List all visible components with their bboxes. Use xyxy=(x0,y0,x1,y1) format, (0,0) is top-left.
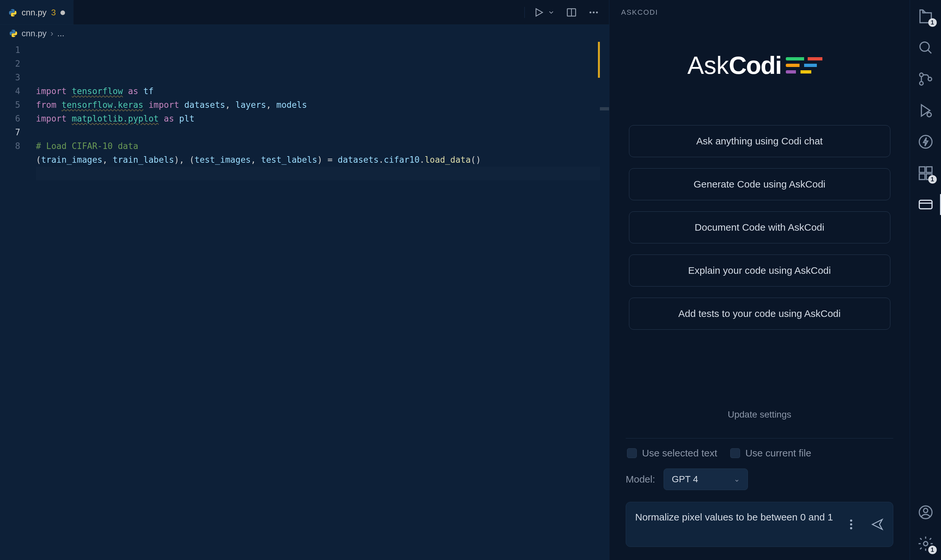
minimap[interactable] xyxy=(600,42,609,560)
minimap-viewport[interactable] xyxy=(600,107,609,111)
python-icon xyxy=(9,9,17,17)
line-number: 3 xyxy=(0,71,36,84)
svg-point-1 xyxy=(589,11,591,13)
breadcrumb-rest: ... xyxy=(57,28,65,38)
send-icon[interactable] xyxy=(871,518,884,531)
activity-askcodi[interactable] xyxy=(917,196,934,213)
tab-problems-badge: 3 xyxy=(51,8,56,18)
code-content[interactable]: import tensorflow as tffrom tensorflow.k… xyxy=(36,42,600,560)
logo-bold: Codi xyxy=(729,51,781,79)
tab-actions xyxy=(524,7,609,18)
input-more-icon[interactable] xyxy=(845,518,858,531)
settings-badge: 1 xyxy=(928,546,937,554)
chat-input[interactable] xyxy=(635,510,836,539)
action-chat[interactable]: Ask anything using Codi chat xyxy=(629,125,890,157)
svg-point-7 xyxy=(920,42,929,51)
svg-point-12 xyxy=(919,135,932,148)
svg-point-3 xyxy=(596,11,598,13)
panel-body: AskCodi Ask anything using Codi chat Gen… xyxy=(609,25,910,409)
checkbox-icon xyxy=(627,448,637,458)
askcodi-panel: ASKCODI AskCodi Ask anything using Codi … xyxy=(609,0,910,560)
model-select[interactable]: GPT 4 ⌄ xyxy=(664,469,748,490)
svg-point-2 xyxy=(593,11,595,13)
line-number: 7 xyxy=(0,125,36,139)
logo-stripes-icon xyxy=(786,57,832,74)
tab-dirty-indicator xyxy=(60,11,65,15)
explorer-badge: 1 xyxy=(928,18,937,27)
svg-point-9 xyxy=(919,82,923,85)
extensions-badge: 1 xyxy=(928,175,937,184)
activity-bar: 1 1 1 xyxy=(910,0,941,560)
svg-rect-16 xyxy=(926,167,932,172)
action-generate[interactable]: Generate Code using AskCodi xyxy=(629,168,890,200)
use-selected-checkbox[interactable]: Use selected text xyxy=(627,448,717,459)
split-editor-icon[interactable] xyxy=(566,7,577,18)
action-list: Ask anything using Codi chat Generate Co… xyxy=(629,125,890,330)
run-icon[interactable] xyxy=(533,7,544,18)
run-chevron-icon[interactable] xyxy=(547,7,555,18)
line-gutter: 12345678 xyxy=(0,42,36,560)
use-selected-label: Use selected text xyxy=(642,448,717,459)
activity-settings[interactable]: 1 xyxy=(917,535,934,552)
use-file-label: Use current file xyxy=(745,448,811,459)
model-label: Model: xyxy=(626,474,655,485)
checkbox-icon xyxy=(730,448,740,458)
chat-input-row xyxy=(626,502,893,547)
python-icon xyxy=(9,29,18,38)
svg-point-10 xyxy=(928,77,932,81)
activity-run-debug[interactable] xyxy=(917,102,934,119)
line-number: 6 xyxy=(0,112,36,125)
activity-extensions[interactable]: 1 xyxy=(917,165,934,182)
svg-point-8 xyxy=(919,73,923,77)
breadcrumb-file: cnn.py xyxy=(22,28,47,38)
model-row: Model: GPT 4 ⌄ xyxy=(626,469,893,490)
tabs: cnn.py 3 xyxy=(0,0,74,25)
svg-point-5 xyxy=(850,523,852,526)
chevron-down-icon: ⌄ xyxy=(734,475,740,483)
panel-footer: Update settings Use selected text Use cu… xyxy=(609,409,910,560)
breadcrumb[interactable]: cnn.py › ... xyxy=(0,25,609,42)
activity-account[interactable] xyxy=(917,504,934,521)
use-current-file-checkbox[interactable]: Use current file xyxy=(730,448,811,459)
svg-rect-17 xyxy=(919,200,932,209)
tab-cnn-py[interactable]: cnn.py 3 xyxy=(0,0,74,25)
tab-bar: cnn.py 3 xyxy=(0,0,609,25)
svg-point-6 xyxy=(850,527,852,529)
code-line[interactable]: # Load CIFAR-10 data xyxy=(36,139,600,153)
logo-thin: Ask xyxy=(687,51,729,79)
svg-rect-14 xyxy=(919,174,925,179)
update-settings-link[interactable]: Update settings xyxy=(626,409,893,429)
code-line[interactable]: (train_images, train_labels), (test_imag… xyxy=(36,153,600,167)
tab-name: cnn.py xyxy=(22,8,47,18)
code-line[interactable]: import matplotlib.pyplot as plt xyxy=(36,112,600,125)
code-line[interactable]: import tensorflow as tf xyxy=(36,84,600,98)
svg-point-19 xyxy=(923,508,927,512)
activity-thunder[interactable] xyxy=(917,133,934,150)
line-number: 4 xyxy=(0,84,36,98)
line-number: 5 xyxy=(0,98,36,112)
editor-area: cnn.py 3 cnn.py › . xyxy=(0,0,609,560)
action-document[interactable]: Document Code with AskCodi xyxy=(629,211,890,243)
svg-rect-13 xyxy=(919,167,925,172)
action-tests[interactable]: Add tests to your code using AskCodi xyxy=(629,298,890,330)
code-area[interactable]: 12345678 import tensorflow as tffrom ten… xyxy=(0,42,609,560)
line-number: 8 xyxy=(0,139,36,153)
line-number: 1 xyxy=(0,43,36,57)
more-actions-icon[interactable] xyxy=(588,7,599,18)
askcodi-logo: AskCodi xyxy=(687,51,832,79)
svg-point-4 xyxy=(850,520,852,522)
svg-point-20 xyxy=(923,542,927,546)
code-line[interactable] xyxy=(36,167,600,180)
svg-point-11 xyxy=(927,113,931,117)
activity-explorer[interactable]: 1 xyxy=(917,8,934,25)
line-number: 2 xyxy=(0,57,36,71)
model-value: GPT 4 xyxy=(672,474,698,485)
activity-search[interactable] xyxy=(917,39,934,56)
action-explain[interactable]: Explain your code using AskCodi xyxy=(629,254,890,286)
panel-title: ASKCODI xyxy=(609,0,910,25)
code-line[interactable] xyxy=(36,125,600,139)
activity-source-control[interactable] xyxy=(917,71,934,88)
options-row: Use selected text Use current file xyxy=(626,448,893,459)
code-line[interactable] xyxy=(36,180,600,194)
code-line[interactable]: from tensorflow.keras import datasets, l… xyxy=(36,98,600,112)
